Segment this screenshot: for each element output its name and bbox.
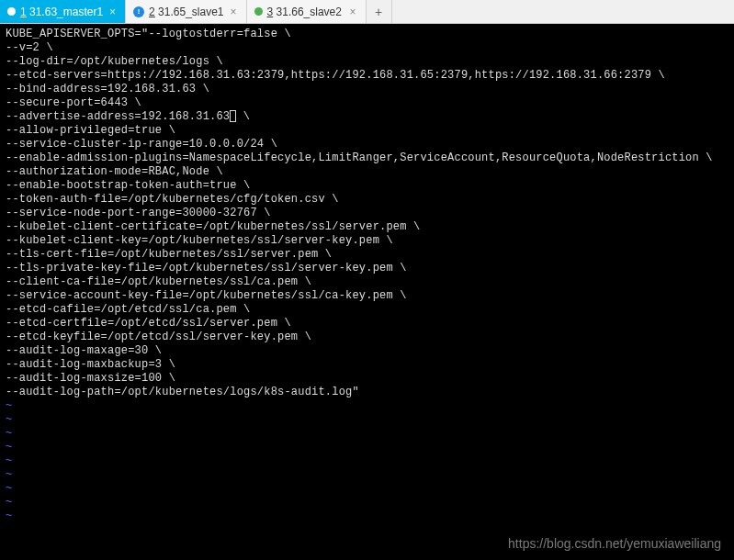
empty-line-tilde: ~ [6, 468, 728, 482]
terminal-line: --service-node-port-range=30000-32767 \ [6, 207, 728, 220]
terminal-line: --audit-log-maxage=30 \ [6, 344, 728, 358]
terminal-line: --service-cluster-ip-range=10.0.0.0/24 \ [6, 138, 728, 151]
terminal-line: --audit-log-maxsize=100 \ [6, 372, 728, 386]
terminal-line: --kubelet-client-certificate=/opt/kubern… [6, 220, 728, 234]
terminal-line: --etcd-servers=https://192.168.31.63:237… [6, 69, 728, 83]
terminal-line: --token-auth-file=/opt/kubernetes/cfg/to… [6, 193, 728, 207]
empty-line-tilde: ~ [6, 510, 728, 523]
empty-line-tilde: ~ [6, 496, 728, 510]
empty-line-tilde: ~ [6, 454, 728, 468]
terminal-line: --bind-address=192.168.31.63 \ [6, 83, 728, 96]
terminal-line: --enable-bootstrap-token-auth=true \ [6, 179, 728, 193]
terminal-line: --kubelet-client-key=/opt/kubernetes/ssl… [6, 234, 728, 248]
empty-line-tilde: ~ [6, 441, 728, 454]
empty-line-tilde: ~ [6, 399, 728, 413]
terminal-line: --secure-port=6443 \ [6, 96, 728, 110]
empty-line-tilde: ~ [6, 482, 728, 496]
terminal-line: --client-ca-file=/opt/kubernetes/ssl/ca.… [6, 275, 728, 289]
status-dot-icon: ! [133, 6, 144, 17]
empty-line-tilde: ~ [6, 427, 728, 441]
terminal-line: --service-account-key-file=/opt/kubernet… [6, 289, 728, 303]
terminal-line: --etcd-certfile=/opt/etcd/ssl/server.pem… [6, 317, 728, 330]
terminal-viewport[interactable]: KUBE_APISERVER_OPTS="--logtostderr=false… [0, 24, 734, 560]
terminal-line: --log-dir=/opt/kubernetes/logs \ [6, 55, 728, 69]
tab-31.66_slave2[interactable]: 3 31.66_slave2× [247, 0, 367, 23]
terminal-line: --advertise-address=192.168.31.63 \ [6, 110, 728, 124]
status-dot-icon [254, 7, 263, 16]
terminal-line: --allow-privileged=true \ [6, 124, 728, 138]
tab-label: 2 31.65_slave1 [149, 6, 223, 18]
terminal-line: --tls-cert-file=/opt/kubernetes/ssl/serv… [6, 248, 728, 262]
close-icon[interactable]: × [107, 6, 118, 18]
tab-label: 1 31.63_master1 [20, 6, 103, 18]
terminal-line: --authorization-mode=RBAC,Node \ [6, 165, 728, 179]
tab-31.63_master1[interactable]: 1 31.63_master1× [0, 0, 126, 23]
close-icon[interactable]: × [348, 6, 358, 18]
tab-31.65_slave1[interactable]: !2 31.65_slave1× [126, 0, 246, 23]
terminal-line: --audit-log-path=/opt/kubernetes/logs/k8… [6, 386, 728, 399]
terminal-line: --audit-log-maxbackup=3 \ [6, 358, 728, 372]
terminal-line: --v=2 \ [6, 41, 728, 55]
tab-bar: 1 31.63_master1×!2 31.65_slave1×3 31.66_… [0, 0, 734, 24]
empty-line-tilde: ~ [6, 413, 728, 427]
add-tab-button[interactable]: + [367, 0, 392, 23]
cursor-icon [230, 110, 236, 122]
close-icon[interactable]: × [229, 6, 239, 18]
terminal-line: --etcd-cafile=/opt/etcd/ssl/ca.pem \ [6, 303, 728, 317]
terminal-line: --tls-private-key-file=/opt/kubernetes/s… [6, 262, 728, 275]
status-dot-icon [7, 7, 16, 16]
terminal-line: --etcd-keyfile=/opt/etcd/ssl/server-key.… [6, 330, 728, 344]
terminal-line: KUBE_APISERVER_OPTS="--logtostderr=false… [6, 28, 728, 41]
tab-label: 3 31.66_slave2 [267, 6, 344, 18]
terminal-line: --enable-admission-plugins=NamespaceLife… [6, 151, 728, 165]
